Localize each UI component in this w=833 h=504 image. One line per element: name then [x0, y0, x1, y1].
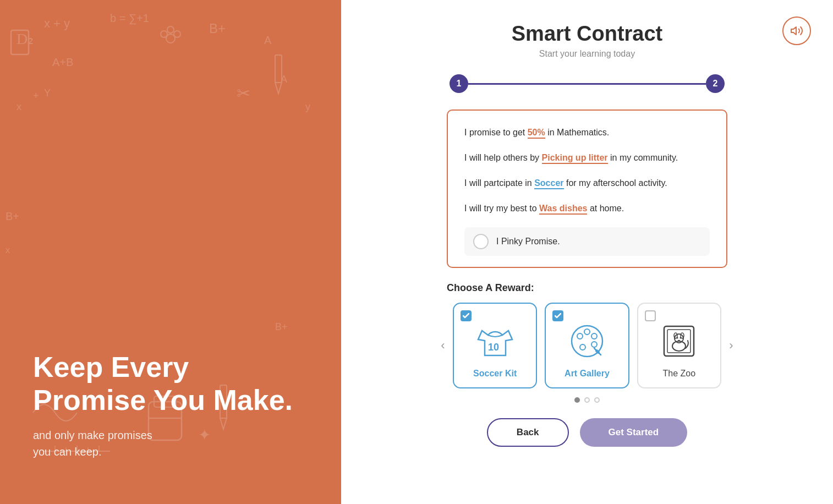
contract-line-1: I promise to get 50% in Mathematics.: [464, 126, 710, 139]
left-subtext: and only make promisesyou can keep.: [33, 427, 308, 460]
reward-card-art-gallery[interactable]: Art Gallery: [545, 303, 629, 388]
art-gallery-icon: [565, 319, 609, 363]
page-title: Smart Contract: [512, 22, 663, 46]
svg-point-52: [678, 340, 680, 341]
svg-point-41: [580, 344, 585, 350]
the-zoo-checkbox[interactable]: [645, 310, 656, 321]
art-gallery-checkbox[interactable]: [552, 310, 563, 321]
carousel-dot-2[interactable]: [584, 397, 590, 403]
svg-point-51: [680, 337, 682, 339]
svg-text:b = ∑+1: b = ∑+1: [110, 12, 149, 25]
step-2: 2: [706, 74, 725, 93]
svg-point-39: [591, 333, 597, 339]
svg-rect-24: [275, 55, 282, 83]
the-zoo-icon: [657, 319, 701, 363]
carousel-next-arrow[interactable]: ›: [721, 336, 741, 355]
art-gallery-title: Art Gallery: [565, 369, 610, 379]
soccer-kit-icon: 10: [473, 319, 517, 363]
svg-text:A: A: [264, 34, 272, 46]
contract-value-home: Was dishes: [539, 204, 587, 215]
carousel-prev-arrow[interactable]: ‹: [433, 336, 453, 355]
svg-point-7: [167, 26, 174, 33]
svg-point-38: [584, 329, 590, 335]
reward-card-the-zoo[interactable]: The Zoo: [637, 303, 721, 388]
svg-text:B+: B+: [209, 21, 226, 36]
contract-value-math: 50%: [528, 128, 545, 139]
svg-text:+: +: [33, 90, 39, 101]
left-panel: D₂ x + y b = ∑+1 B+ A A+B x + Y ✂ A y B+…: [0, 0, 341, 504]
pinky-text: I Pinky Promise.: [496, 237, 560, 246]
step-line: [468, 83, 706, 85]
pinky-radio[interactable]: [473, 234, 489, 249]
carousel-dot-3[interactable]: [594, 397, 600, 403]
svg-point-9: [161, 31, 167, 37]
reward-label: Choose A Reward:: [447, 282, 727, 294]
reward-card-soccer-kit[interactable]: 10 Soccer Kit: [453, 303, 537, 388]
soccer-kit-checkbox[interactable]: [461, 310, 472, 321]
svg-text:✂: ✂: [237, 84, 250, 102]
sound-button[interactable]: [782, 17, 811, 45]
svg-text:x + y: x + y: [44, 17, 70, 30]
step-1: 1: [450, 74, 468, 93]
svg-rect-5: [11, 30, 29, 54]
svg-text:A: A: [281, 74, 287, 85]
svg-marker-34: [791, 27, 796, 35]
svg-text:x: x: [17, 101, 21, 112]
reward-cards-container: 10 Soccer Kit: [453, 303, 721, 388]
contract-line-3: I will partcipate in Soccer for my after…: [464, 177, 710, 190]
svg-text:B+: B+: [6, 210, 19, 222]
soccer-kit-title: Soccer Kit: [473, 369, 517, 379]
contract-line-4: I will try my best to Was dishes at home…: [464, 202, 710, 215]
svg-point-50: [677, 337, 678, 339]
svg-text:Y: Y: [44, 87, 51, 98]
svg-point-37: [577, 333, 583, 339]
carousel-dots: [574, 397, 600, 403]
carousel-dot-1[interactable]: [574, 397, 580, 403]
svg-text:10: 10: [488, 342, 499, 353]
right-panel: Smart Contract Start your learning today…: [341, 0, 833, 504]
contract-value-community: Picking up litter: [542, 153, 608, 164]
svg-point-6: [166, 34, 175, 43]
left-headline: Keep Every Promise You Make.: [33, 351, 308, 417]
button-row: Back Get Started: [487, 418, 687, 447]
svg-text:y: y: [305, 101, 310, 112]
svg-point-8: [174, 31, 180, 37]
svg-text:x: x: [6, 245, 10, 255]
the-zoo-title: The Zoo: [663, 369, 696, 379]
pinky-promise-row[interactable]: I Pinky Promise.: [464, 227, 710, 256]
page-subtitle: Start your learning today: [539, 49, 635, 59]
contract-box: I promise to get 50% in Mathematics. I w…: [447, 109, 727, 268]
svg-point-40: [591, 342, 597, 347]
svg-text:B+: B+: [275, 321, 288, 332]
contract-value-activity: Soccer: [534, 178, 563, 189]
get-started-button[interactable]: Get Started: [580, 418, 688, 447]
contract-line-2: I will help others by Picking up litter …: [464, 151, 710, 165]
svg-text:A+B: A+B: [52, 56, 73, 68]
svg-marker-25: [275, 83, 282, 94]
back-button[interactable]: Back: [487, 418, 569, 447]
stepper: 1 2: [450, 74, 725, 93]
reward-carousel: ‹ 10: [433, 303, 741, 388]
svg-text:D₂: D₂: [17, 30, 34, 47]
